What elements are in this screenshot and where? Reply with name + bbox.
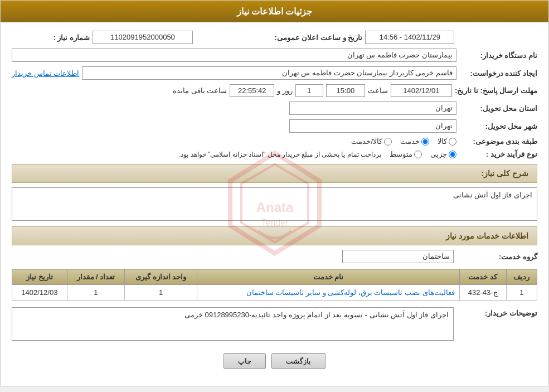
- category-kala-label: کالا: [438, 137, 447, 146]
- col-unit: واحد اندازه گیری: [125, 269, 197, 285]
- cell-quantity: 1: [67, 285, 124, 301]
- col-date: تاریخ نیاز: [12, 269, 67, 285]
- creator-value: قاسم خرمی کاربرداز بیمارستان حضرت فاطمه …: [82, 66, 456, 80]
- category-label: طبقه بندی موضوعی:: [459, 137, 537, 146]
- need-number-value: 1102091952000050: [93, 31, 193, 44]
- general-desc-value: اجرای فاز اول آتش نشانی: [12, 187, 537, 221]
- deadline-countdown-label: ساعت باقی مانده: [173, 86, 227, 95]
- category-radio-group: کالا خدمت کالا/خدمت: [351, 137, 456, 146]
- col-quantity: تعداد / مقدار: [67, 269, 124, 285]
- cell-service-code: ج-43-432: [459, 285, 506, 301]
- services-table: ردیف کد خدمت نام خدمت واحد اندازه گیری ت…: [12, 269, 537, 301]
- print-button[interactable]: چاپ: [224, 353, 266, 369]
- province-label: استان محل تحویل:: [459, 104, 537, 113]
- deadline-days-label: روز و: [277, 86, 293, 95]
- general-desc-section-title: شرح کلی نیاز:: [12, 164, 537, 183]
- need-number-label: شماره نیاز :: [12, 33, 90, 42]
- col-service-name: نام خدمت: [197, 269, 459, 285]
- buyer-notes-value: اجرای فاز اول آتش نشانی - تسویه بعد از ا…: [12, 307, 454, 341]
- table-row: 1 ج-43-432 فعالیت‌های نصب تاسیسات برق، ل…: [12, 285, 537, 301]
- category-khadamat-label: خدمت: [400, 137, 420, 146]
- col-row-num: ردیف: [506, 269, 537, 285]
- category-kala-khadamat-label: کالا/خدمت: [351, 137, 382, 146]
- announce-datetime-label: تاریخ و ساعت اعلان عمومی:: [275, 33, 363, 42]
- city-label: شهر محل تحویل:: [459, 122, 537, 130]
- announce-datetime-value: 1402/11/29 - 14:56: [365, 31, 454, 44]
- procurement-motevaset-radio[interactable]: [414, 151, 422, 158]
- services-table-container: ردیف کد خدمت نام خدمت واحد اندازه گیری ت…: [12, 269, 537, 301]
- procurement-jezyi-label: جزیی: [430, 150, 447, 158]
- deadline-time-label: ساعت: [368, 86, 388, 95]
- cell-unit: 1: [125, 285, 197, 301]
- cell-date: 1402/12/03: [12, 285, 67, 301]
- province-value: تهران: [289, 101, 456, 115]
- procurement-jezyi-radio[interactable]: [449, 151, 456, 158]
- creator-label: ایجاد کننده درخواست:: [459, 69, 537, 78]
- service-group-label: گروه خدمت:: [459, 253, 537, 261]
- back-button[interactable]: بازگشت: [271, 353, 325, 369]
- deadline-countdown: 22:55:42: [230, 84, 274, 97]
- col-service-code: کد خدمت: [459, 269, 506, 285]
- category-kala-radio[interactable]: [449, 138, 456, 146]
- services-section-title: اطلاعات خدمات مورد نیاز: [12, 226, 537, 245]
- procurement-label: نوع فرآیند خرید :: [459, 150, 537, 158]
- response-deadline-label: مهلت ارسال پاسخ: تا تاریخ:: [455, 86, 537, 95]
- cell-service-name: فعالیت‌های نصب تاسیسات برق، لوله‌کشی و س…: [197, 285, 459, 301]
- page-title: جزئیات اطلاعات نیاز: [1, 1, 548, 22]
- deadline-time: 15:00: [326, 84, 365, 97]
- deadline-date: 1402/12/01: [391, 84, 452, 97]
- cell-row-num: 1: [506, 285, 537, 301]
- service-group-value: ساختمان: [342, 250, 454, 263]
- category-kala-khadamat-radio[interactable]: [384, 138, 392, 146]
- procurement-motevaset-label: متوسط: [390, 150, 412, 158]
- city-value: تهران: [289, 119, 456, 133]
- buyer-notes-label: توضیحات خریدار:: [459, 307, 537, 317]
- category-khadamat-radio[interactable]: [421, 138, 429, 146]
- deadline-days: 1: [295, 84, 323, 97]
- procurement-radio-group: جزیی متوسط: [390, 150, 456, 158]
- contact-link[interactable]: اطلاعات تماس خریدار: [12, 69, 79, 78]
- procurement-note: پرداخت تمام یا بخشی از مبلغ خریدار محل "…: [179, 151, 381, 158]
- buyer-org-label: نام دستگاه خریدار:: [459, 51, 537, 60]
- buyer-org-value: بیمارستان حضرت فاطمه س تهران: [12, 49, 456, 62]
